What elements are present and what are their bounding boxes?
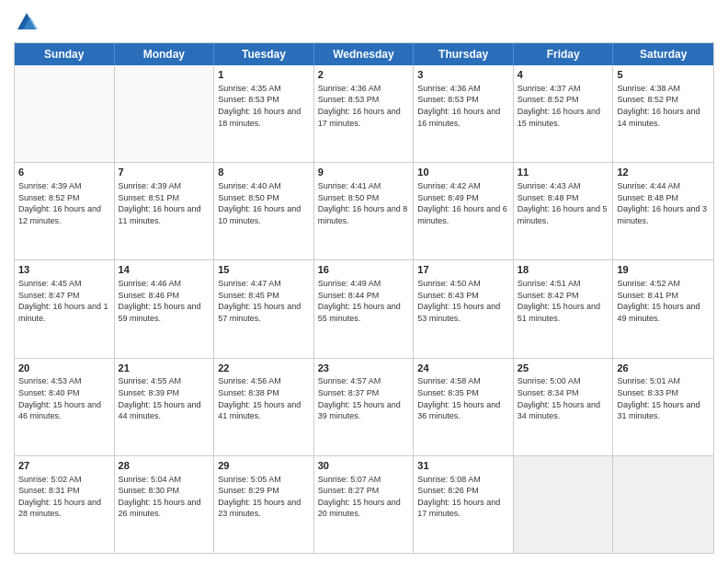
cell-info: Sunrise: 4:43 AM Sunset: 8:48 PM Dayligh… xyxy=(518,180,609,226)
cell-info: Sunrise: 4:36 AM Sunset: 8:53 PM Dayligh… xyxy=(318,83,410,129)
day-number: 10 xyxy=(417,166,509,179)
calendar-cell-empty xyxy=(15,65,115,162)
day-number: 22 xyxy=(218,362,310,375)
day-number: 21 xyxy=(119,362,210,375)
calendar-cell: 3Sunrise: 4:36 AM Sunset: 8:53 PM Daylig… xyxy=(414,65,514,162)
calendar-cell: 31Sunrise: 5:08 AM Sunset: 8:26 PM Dayli… xyxy=(414,456,514,553)
calendar-row: 20Sunrise: 4:53 AM Sunset: 8:40 PM Dayli… xyxy=(15,359,713,456)
day-number: 18 xyxy=(518,263,609,277)
weekday-header: Tuesday xyxy=(214,43,314,65)
calendar-cell: 22Sunrise: 4:56 AM Sunset: 8:38 PM Dayli… xyxy=(214,359,314,455)
cell-info: Sunrise: 4:57 AM Sunset: 8:37 PM Dayligh… xyxy=(318,375,410,421)
cell-info: Sunrise: 4:51 AM Sunset: 8:42 PM Dayligh… xyxy=(518,278,609,324)
calendar-cell-empty xyxy=(514,456,614,553)
day-number: 25 xyxy=(518,362,609,375)
cell-info: Sunrise: 4:53 AM Sunset: 8:40 PM Dayligh… xyxy=(18,375,110,421)
cell-info: Sunrise: 4:40 AM Sunset: 8:50 PM Dayligh… xyxy=(218,180,310,226)
cell-info: Sunrise: 4:42 AM Sunset: 8:49 PM Dayligh… xyxy=(417,180,509,226)
calendar: SundayMondayTuesdayWednesdayThursdayFrid… xyxy=(14,42,714,554)
calendar-cell: 28Sunrise: 5:04 AM Sunset: 8:30 PM Dayli… xyxy=(115,456,215,553)
weekday-header: Monday xyxy=(115,43,215,65)
cell-info: Sunrise: 4:38 AM Sunset: 8:52 PM Dayligh… xyxy=(617,83,710,129)
calendar-cell: 4Sunrise: 4:37 AM Sunset: 8:52 PM Daylig… xyxy=(514,65,614,162)
day-number: 27 xyxy=(18,459,110,473)
cell-info: Sunrise: 4:52 AM Sunset: 8:41 PM Dayligh… xyxy=(617,278,710,324)
day-number: 11 xyxy=(518,166,609,179)
day-number: 14 xyxy=(119,263,210,277)
cell-info: Sunrise: 5:00 AM Sunset: 8:34 PM Dayligh… xyxy=(518,375,609,421)
calendar-row: 1Sunrise: 4:35 AM Sunset: 8:53 PM Daylig… xyxy=(15,65,713,163)
cell-info: Sunrise: 5:07 AM Sunset: 8:27 PM Dayligh… xyxy=(318,474,410,520)
calendar-cell: 12Sunrise: 4:44 AM Sunset: 8:48 PM Dayli… xyxy=(613,163,713,259)
cell-info: Sunrise: 5:08 AM Sunset: 8:26 PM Dayligh… xyxy=(417,474,509,520)
day-number: 7 xyxy=(119,166,210,179)
day-number: 4 xyxy=(518,68,609,82)
calendar-cell: 25Sunrise: 5:00 AM Sunset: 8:34 PM Dayli… xyxy=(514,359,614,455)
day-number: 9 xyxy=(318,166,410,179)
cell-info: Sunrise: 5:02 AM Sunset: 8:31 PM Dayligh… xyxy=(18,474,110,520)
calendar-cell: 23Sunrise: 4:57 AM Sunset: 8:37 PM Dayli… xyxy=(314,359,415,455)
cell-info: Sunrise: 4:37 AM Sunset: 8:52 PM Dayligh… xyxy=(518,83,609,129)
weekday-header: Sunday xyxy=(15,43,115,65)
logo xyxy=(14,9,43,35)
day-number: 31 xyxy=(417,459,509,473)
cell-info: Sunrise: 5:04 AM Sunset: 8:30 PM Dayligh… xyxy=(119,474,210,520)
cell-info: Sunrise: 4:50 AM Sunset: 8:43 PM Dayligh… xyxy=(417,278,509,324)
cell-info: Sunrise: 4:55 AM Sunset: 8:39 PM Dayligh… xyxy=(119,375,210,421)
day-number: 13 xyxy=(18,263,110,277)
day-number: 19 xyxy=(617,263,710,277)
cell-info: Sunrise: 4:39 AM Sunset: 8:52 PM Dayligh… xyxy=(18,180,110,226)
day-number: 6 xyxy=(18,166,110,179)
cell-info: Sunrise: 4:49 AM Sunset: 8:44 PM Dayligh… xyxy=(318,278,410,324)
calendar-body: 1Sunrise: 4:35 AM Sunset: 8:53 PM Daylig… xyxy=(15,65,713,553)
calendar-cell: 5Sunrise: 4:38 AM Sunset: 8:52 PM Daylig… xyxy=(613,65,713,162)
calendar-row: 13Sunrise: 4:45 AM Sunset: 8:47 PM Dayli… xyxy=(15,260,713,358)
day-number: 5 xyxy=(617,68,710,82)
calendar-cell: 6Sunrise: 4:39 AM Sunset: 8:52 PM Daylig… xyxy=(15,163,115,259)
calendar-cell-empty xyxy=(613,456,713,553)
calendar-cell: 10Sunrise: 4:42 AM Sunset: 8:49 PM Dayli… xyxy=(414,163,514,259)
calendar-cell: 19Sunrise: 4:52 AM Sunset: 8:41 PM Dayli… xyxy=(613,260,713,357)
weekday-header: Thursday xyxy=(414,43,514,65)
calendar-cell: 13Sunrise: 4:45 AM Sunset: 8:47 PM Dayli… xyxy=(15,260,115,357)
calendar-cell: 29Sunrise: 5:05 AM Sunset: 8:29 PM Dayli… xyxy=(214,456,314,553)
calendar-cell: 11Sunrise: 4:43 AM Sunset: 8:48 PM Dayli… xyxy=(514,163,614,259)
logo-icon xyxy=(14,9,40,35)
cell-info: Sunrise: 4:47 AM Sunset: 8:45 PM Dayligh… xyxy=(218,278,310,324)
calendar-cell: 17Sunrise: 4:50 AM Sunset: 8:43 PM Dayli… xyxy=(414,260,514,357)
cell-info: Sunrise: 4:44 AM Sunset: 8:48 PM Dayligh… xyxy=(617,180,710,226)
header xyxy=(14,9,714,35)
day-number: 12 xyxy=(617,166,710,179)
day-number: 30 xyxy=(318,459,410,473)
calendar-header: SundayMondayTuesdayWednesdayThursdayFrid… xyxy=(15,43,713,65)
day-number: 17 xyxy=(417,263,509,277)
day-number: 8 xyxy=(218,166,310,179)
weekday-header: Wednesday xyxy=(314,43,415,65)
day-number: 20 xyxy=(18,362,110,375)
cell-info: Sunrise: 5:05 AM Sunset: 8:29 PM Dayligh… xyxy=(218,474,310,520)
day-number: 3 xyxy=(417,68,509,82)
cell-info: Sunrise: 4:35 AM Sunset: 8:53 PM Dayligh… xyxy=(218,83,310,129)
cell-info: Sunrise: 4:39 AM Sunset: 8:51 PM Dayligh… xyxy=(119,180,210,226)
calendar-cell: 14Sunrise: 4:46 AM Sunset: 8:46 PM Dayli… xyxy=(115,260,215,357)
calendar-row: 27Sunrise: 5:02 AM Sunset: 8:31 PM Dayli… xyxy=(15,456,713,553)
calendar-cell: 20Sunrise: 4:53 AM Sunset: 8:40 PM Dayli… xyxy=(15,359,115,455)
cell-info: Sunrise: 4:41 AM Sunset: 8:50 PM Dayligh… xyxy=(318,180,410,226)
weekday-header: Friday xyxy=(514,43,614,65)
day-number: 23 xyxy=(318,362,410,375)
cell-info: Sunrise: 5:01 AM Sunset: 8:33 PM Dayligh… xyxy=(617,375,710,421)
calendar-cell: 30Sunrise: 5:07 AM Sunset: 8:27 PM Dayli… xyxy=(314,456,415,553)
calendar-cell: 7Sunrise: 4:39 AM Sunset: 8:51 PM Daylig… xyxy=(115,163,215,259)
day-number: 15 xyxy=(218,263,310,277)
calendar-cell: 24Sunrise: 4:58 AM Sunset: 8:35 PM Dayli… xyxy=(414,359,514,455)
day-number: 29 xyxy=(218,459,310,473)
calendar-cell: 18Sunrise: 4:51 AM Sunset: 8:42 PM Dayli… xyxy=(514,260,614,357)
calendar-cell: 9Sunrise: 4:41 AM Sunset: 8:50 PM Daylig… xyxy=(314,163,415,259)
calendar-row: 6Sunrise: 4:39 AM Sunset: 8:52 PM Daylig… xyxy=(15,163,713,260)
day-number: 16 xyxy=(318,263,410,277)
day-number: 24 xyxy=(417,362,509,375)
day-number: 26 xyxy=(617,362,710,375)
cell-info: Sunrise: 4:58 AM Sunset: 8:35 PM Dayligh… xyxy=(417,375,509,421)
page: SundayMondayTuesdayWednesdayThursdayFrid… xyxy=(0,0,728,563)
cell-info: Sunrise: 4:45 AM Sunset: 8:47 PM Dayligh… xyxy=(18,278,110,324)
